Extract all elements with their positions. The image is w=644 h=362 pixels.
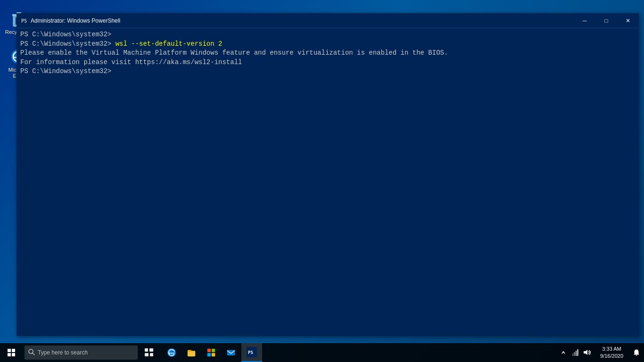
network-icon[interactable] — [570, 343, 581, 362]
clock[interactable]: 3:33 AM 9/16/2020 — [594, 343, 629, 362]
search-bar[interactable]: Type here to search — [25, 346, 138, 360]
svg-rect-26 — [227, 350, 235, 356]
search-icon — [28, 349, 35, 357]
svg-rect-15 — [145, 348, 148, 352]
taskbar-explorer-button[interactable] — [182, 343, 201, 362]
volume-icon[interactable] — [581, 343, 593, 362]
svg-rect-11 — [8, 353, 11, 356]
ps-line-4: For information please visit https://aka… — [20, 58, 635, 67]
start-button[interactable] — [0, 343, 23, 362]
svg-rect-31 — [576, 351, 577, 356]
minimize-button[interactable]: ─ — [574, 13, 595, 28]
taskbar-powershell-button[interactable]: PS — [241, 343, 262, 362]
powershell-window: PS Administrator: Windows PowerShell ─ □… — [17, 13, 639, 336]
taskbar-mail-button[interactable] — [222, 343, 240, 362]
svg-rect-22 — [207, 349, 211, 352]
powershell-title-text: Administrator: Windows PowerShell — [31, 17, 120, 24]
svg-rect-29 — [572, 354, 573, 356]
ps-line-2: PS C:\Windows\system32> wsl --set-defaul… — [20, 40, 635, 49]
svg-rect-12 — [12, 353, 15, 356]
svg-rect-18 — [150, 353, 153, 356]
search-placeholder-text: Type here to search — [38, 349, 88, 356]
taskview-button[interactable] — [140, 343, 158, 362]
svg-rect-30 — [574, 352, 575, 356]
taskbar-apps: PS — [162, 343, 262, 362]
svg-rect-25 — [212, 353, 215, 356]
notification-button[interactable] — [629, 343, 644, 362]
svg-rect-9 — [8, 349, 11, 352]
tray-chevron-button[interactable] — [559, 343, 568, 362]
svg-rect-23 — [212, 349, 215, 352]
clock-time: 3:33 AM — [602, 346, 621, 353]
svg-rect-16 — [149, 348, 153, 352]
svg-rect-34 — [636, 355, 637, 356]
taskbar-store-button[interactable] — [202, 343, 221, 362]
titlebar-left: PS Administrator: Windows PowerShell — [20, 17, 120, 25]
powershell-body[interactable]: PS C:\Windows\system32> PS C:\Windows\sy… — [17, 28, 639, 336]
ps-line-1: PS C:\Windows\system32> — [20, 30, 635, 40]
system-tray: 3:33 AM 9/16/2020 — [559, 343, 644, 362]
ps-line-5: PS C:\Windows\system32> — [20, 67, 635, 76]
svg-rect-32 — [578, 349, 578, 356]
maximize-button[interactable]: □ — [595, 13, 617, 28]
taskbar: Type here to search — [0, 343, 644, 362]
svg-text:PS: PS — [248, 350, 253, 355]
taskbar-edge-button[interactable] — [162, 343, 181, 362]
svg-text:PS: PS — [21, 18, 27, 24]
powershell-title-icon: PS — [20, 17, 28, 25]
svg-rect-17 — [145, 353, 149, 356]
clock-date: 9/16/2020 — [600, 353, 623, 360]
svg-rect-10 — [12, 349, 15, 352]
ps-line-3: Please enable the Virtual Machine Platfo… — [20, 49, 635, 58]
window-controls: ─ □ ✕ — [574, 13, 639, 28]
svg-rect-24 — [207, 353, 211, 356]
svg-rect-21 — [188, 350, 191, 352]
svg-marker-33 — [584, 350, 587, 355]
desktop: Recycle Bin Microsoft Edge PS Administra… — [0, 0, 644, 362]
svg-line-14 — [33, 353, 34, 355]
powershell-titlebar: PS Administrator: Windows PowerShell ─ □… — [17, 13, 639, 28]
tray-icons — [568, 343, 594, 362]
close-button[interactable]: ✕ — [617, 13, 639, 28]
